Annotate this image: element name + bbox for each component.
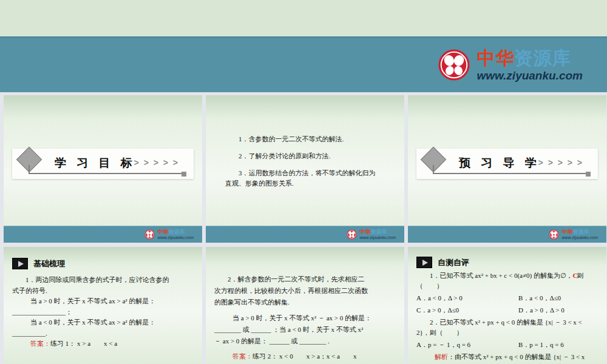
brand-name-part2: 资源库: [514, 48, 571, 68]
footer-brand-website: www.ziyuanku.com: [359, 235, 396, 240]
goal-content-text: 1．含参数的一元二次不等式的解法. 2．了解分类讨论的原则和方法. 3．运用数形…: [206, 95, 404, 189]
basics-answer-line: 答案：练习 1： x > a x < a: [12, 339, 195, 349]
brand-logo: 中华资源库 www.ziyuanku.com: [438, 49, 583, 81]
slide-self-test[interactable]: 自测自评 1．已知不等式 ax² + bx + c < 0(a≠0) 的解集为∅…: [408, 247, 606, 364]
brand-website: www.ziyuanku.com: [476, 70, 583, 81]
question2-line: 2}，则（ ）: [416, 328, 599, 338]
preview-guide-banner: 预 习 导 学 > > > > >: [416, 149, 598, 179]
footer-brand-logo: 中华资源库 www.ziyuanku.com: [549, 229, 598, 240]
footer-brand-emblem-icon: [549, 229, 559, 240]
question1-line: 1．已知不等式 ax² + bx + c < 0(a≠0) 的解集为∅，C则: [416, 271, 599, 281]
question2-line: 2．已知不等式 x² + px + q < 0 的解集是 {x| － 3 < x…: [416, 317, 599, 328]
section-title: 自测自评: [438, 257, 469, 268]
slide-goal-content[interactable]: 1．含参数的一元二次不等式的解法. 2．了解分类讨论的原则和方法. 3．运用数形…: [206, 95, 404, 243]
chevrons-icon: > > > > >: [134, 158, 179, 167]
goal-line: 2．了解分类讨论的原则和方法.: [225, 151, 391, 161]
banner-end-square: [181, 172, 186, 177]
footer-brand-logo: 中华资源库 www.ziyuanku.com: [144, 229, 194, 240]
footer-brand-name: 中华资源库: [561, 229, 598, 235]
basics2-line: 当 a > 0 时，关于 x 不等式 x² － ax > 0 的解是：: [214, 312, 397, 324]
answer-label: 答案：: [30, 340, 50, 347]
basics-line: 当 a > 0 时，关于 x 不等式 ax > a² 的解是：: [12, 296, 195, 307]
footer-brand-website: www.ziyuanku.com: [157, 235, 194, 240]
basics-blank-line: __________.: [12, 328, 195, 339]
row-divider: [0, 243, 607, 247]
slide-footer-band: 中华资源库 www.ziyuanku.com: [206, 226, 404, 243]
slide-top-partial[interactable]: 中华资源库 www.ziyuanku.com: [0, 0, 607, 92]
basics2-line: － ax > 0 的解是： ______ 或 ________ .: [214, 335, 397, 347]
basics2-line: 的图象写出不等式的解集.: [214, 297, 397, 308]
slide-footer-band: 中华资源库 www.ziyuanku.com: [408, 226, 606, 243]
footer-brand-name: 中华资源库: [157, 229, 194, 235]
footer-brand-logo: 中华资源库 www.ziyuanku.com: [347, 229, 396, 240]
goal-line: 1．含参数的一元二次不等式的解法.: [225, 134, 391, 144]
slide-basics-review[interactable]: 基础梳理 1．两边同除或同乘含参的式子时，应讨论含参的 式子的符号. 当 a >…: [4, 247, 202, 364]
play-icon: [12, 258, 28, 269]
option-c: C．a > 0，Δ≤0: [416, 305, 518, 315]
basics-line: 式子的符号.: [12, 286, 195, 297]
basics-line: 1．两边同除或同乘含参的式子时，应讨论含参的: [12, 275, 195, 286]
slide-row-middle: 学 习 目 标 > > > > >: [0, 95, 607, 243]
basics2-line: 2．解含参数的一元二次不等式时，先求相应二: [214, 274, 397, 285]
brand-text: 中华资源库 www.ziyuanku.com: [476, 49, 583, 81]
option-b: B．a < 0，Δ≤0: [518, 293, 561, 303]
slide-top-background: [0, 0, 607, 36]
answer-text: 练习 1： x > a x < a: [50, 340, 117, 347]
brand-emblem-icon: [438, 49, 470, 81]
goal-line: 3．运用数形结合的方法，将不等式的解化归为: [225, 168, 391, 178]
question2-options-row: A．p = － 1，q = 6 B．p = 1，q = 6: [416, 340, 599, 350]
chevrons-icon: > > > > >: [538, 158, 583, 167]
banner-title: 预 习 导 学: [459, 155, 540, 171]
section-header: 基础梳理: [12, 258, 195, 269]
play-icon: [416, 257, 432, 268]
basics-content: 基础梳理 1．两边同除或同乘含参的式子时，应讨论含参的 式子的符号. 当 a >…: [4, 247, 202, 349]
option-a: A．a < 0，Δ > 0: [416, 293, 518, 303]
banner-end-square: [586, 172, 591, 177]
option-b: B．p = 1，q = 6: [518, 340, 564, 350]
analysis-line: 解析：由不等式 x² + px + q < 0 的解集是 {x| － 3 < x: [416, 352, 599, 362]
option-d: D．a > 0，Δ > 0: [518, 305, 565, 315]
footer-brand-emblem-icon: [144, 229, 155, 240]
slide-footer-band: 中华资源库 www.ziyuanku.com: [4, 226, 202, 243]
answer-text: 练习 2： x < 0 x > a；x < a x: [253, 352, 356, 360]
brand-name: 中华资源库: [476, 49, 583, 67]
slides-preview-page: 中华资源库 www.ziyuanku.com 学 习 目 标 > > > > >: [0, 0, 607, 364]
slide-learning-goals[interactable]: 学 习 目 标 > > > > >: [4, 95, 202, 243]
slide-top-footer-band: 中华资源库 www.ziyuanku.com: [0, 36, 607, 92]
basics2-line: 次方程的根，比较根的大小后，再根据相应二次函数: [214, 285, 397, 297]
banner-underline: [433, 173, 588, 174]
basics-line: 当 a < 0 时，关于 x 不等式 ax > a² 的解是：: [12, 317, 195, 328]
banner-title: 学 习 目 标: [55, 155, 136, 171]
answer-label: 答案：: [232, 352, 253, 360]
section-title: 基础梳理: [33, 258, 65, 269]
banner-underline: [29, 173, 184, 174]
question1-options-row: C．a > 0，Δ≤0 D．a > 0，Δ > 0: [416, 305, 599, 315]
selftest-content: 自测自评 1．已知不等式 ax² + bx + c < 0(a≠0) 的解集为∅…: [408, 247, 606, 364]
analysis-label: 解析: [435, 353, 448, 360]
goal-line: 直观、形象的图形关系.: [225, 178, 391, 189]
footer-brand-name: 中华资源库: [359, 229, 396, 235]
brand-name-part1: 中华: [476, 48, 514, 68]
learning-goals-banner: 学 习 目 标 > > > > >: [12, 149, 194, 179]
question1-line: （ ）: [416, 281, 599, 291]
slide-preview-guide[interactable]: 预 习 导 学 > > > > >: [408, 95, 606, 243]
basics2-line: ________ 或 ______ ；当 a < 0 时，关于 x 不等式 x²: [214, 324, 397, 335]
question1-options-row: A．a < 0，Δ > 0 B．a < 0，Δ≤0: [416, 293, 599, 303]
option-a: A．p = － 1，q = 6: [416, 340, 518, 350]
basics2-content: 2．解含参数的一元二次不等式时，先求相应二 次方程的根，比较根的大小后，再根据相…: [206, 247, 404, 364]
basics-blank-line: ________________；: [12, 307, 195, 318]
footer-brand-emblem-icon: [347, 229, 357, 240]
basics2-answer-line: 答案：练习 2： x < 0 x > a；x < a x: [214, 351, 397, 362]
footer-brand-website: www.ziyuanku.com: [561, 235, 598, 240]
slide-row-bottom: 基础梳理 1．两边同除或同乘含参的式子时，应讨论含参的 式子的符号. 当 a >…: [0, 247, 607, 364]
slide-basics-review-2[interactable]: 2．解含参数的一元二次不等式时，先求相应二 次方程的根，比较根的大小后，再根据相…: [206, 247, 404, 364]
section-header: 自测自评: [416, 257, 599, 268]
